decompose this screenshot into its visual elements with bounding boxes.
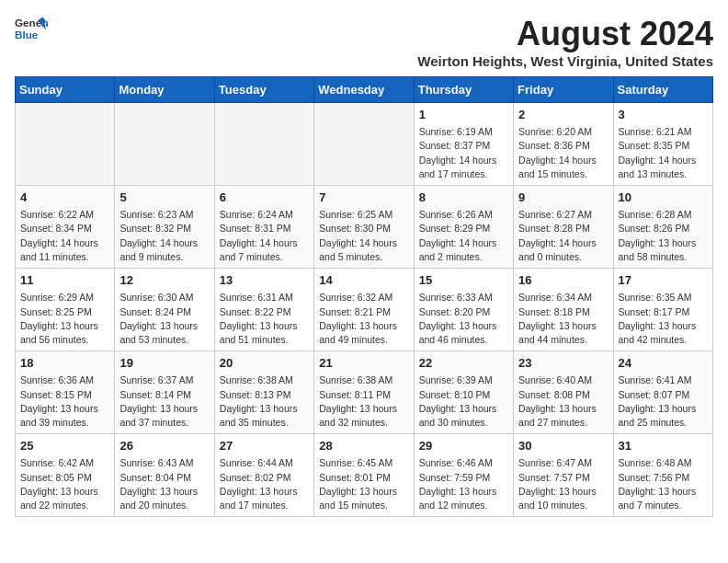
day-info: Sunrise: 6:42 AMSunset: 8:05 PMDaylight:… <box>20 456 109 512</box>
logo: General Blue <box>15 15 48 44</box>
day-number: 28 <box>319 438 408 454</box>
calendar-cell: 11Sunrise: 6:29 AMSunset: 8:25 PMDayligh… <box>16 269 115 351</box>
day-number: 26 <box>119 438 209 454</box>
day-info: Sunrise: 6:36 AMSunset: 8:15 PMDaylight:… <box>20 373 109 430</box>
day-info: Sunrise: 6:38 AMSunset: 8:13 PMDaylight:… <box>220 373 309 430</box>
day-number: 10 <box>619 190 708 206</box>
day-info: Sunrise: 6:44 AMSunset: 8:02 PMDaylight:… <box>220 456 309 512</box>
day-info: Sunrise: 6:48 AMSunset: 7:56 PMDaylight:… <box>619 456 708 512</box>
calendar-cell <box>314 103 414 186</box>
day-info: Sunrise: 6:39 AMSunset: 8:10 PMDaylight:… <box>419 373 508 430</box>
calendar-cell <box>16 103 115 186</box>
day-number: 25 <box>20 438 109 454</box>
day-info: Sunrise: 6:40 AMSunset: 8:08 PMDaylight:… <box>518 373 608 430</box>
weekday-header-wednesday: Wednesday <box>314 77 414 103</box>
weekday-header-friday: Friday <box>514 77 613 103</box>
day-info: Sunrise: 6:23 AMSunset: 8:32 PMDaylight:… <box>119 208 209 264</box>
day-info: Sunrise: 6:47 AMSunset: 7:57 PMDaylight:… <box>518 456 608 512</box>
day-number: 19 <box>119 355 209 372</box>
day-info: Sunrise: 6:24 AMSunset: 8:31 PMDaylight:… <box>220 208 309 264</box>
day-number: 20 <box>220 355 309 372</box>
day-number: 7 <box>319 190 408 206</box>
day-info: Sunrise: 6:27 AMSunset: 8:28 PMDaylight:… <box>518 208 608 264</box>
calendar-cell: 4Sunrise: 6:22 AMSunset: 8:34 PMDaylight… <box>16 186 115 269</box>
weekday-header-thursday: Thursday <box>414 77 513 103</box>
calendar-cell: 18Sunrise: 6:36 AMSunset: 8:15 PMDayligh… <box>16 351 115 434</box>
calendar-cell: 30Sunrise: 6:47 AMSunset: 7:57 PMDayligh… <box>514 434 613 517</box>
calendar-cell: 21Sunrise: 6:38 AMSunset: 8:11 PMDayligh… <box>314 351 414 434</box>
day-info: Sunrise: 6:30 AMSunset: 8:24 PMDaylight:… <box>119 291 209 347</box>
week-row-4: 18Sunrise: 6:36 AMSunset: 8:15 PMDayligh… <box>16 351 713 434</box>
day-info: Sunrise: 6:21 AMSunset: 8:35 PMDaylight:… <box>619 125 708 181</box>
weekday-header-monday: Monday <box>115 77 214 103</box>
weekday-header-sunday: Sunday <box>16 77 115 103</box>
calendar-cell: 20Sunrise: 6:38 AMSunset: 8:13 PMDayligh… <box>214 351 313 434</box>
calendar-cell: 7Sunrise: 6:25 AMSunset: 8:30 PMDaylight… <box>314 186 414 269</box>
logo-icon: General Blue <box>15 15 48 44</box>
day-number: 1 <box>419 107 508 123</box>
day-number: 21 <box>319 355 408 372</box>
day-number: 18 <box>20 355 109 372</box>
calendar-cell: 22Sunrise: 6:39 AMSunset: 8:10 PMDayligh… <box>414 351 513 434</box>
day-info: Sunrise: 6:38 AMSunset: 8:11 PMDaylight:… <box>319 373 408 430</box>
day-info: Sunrise: 6:19 AMSunset: 8:37 PMDaylight:… <box>419 125 508 181</box>
day-info: Sunrise: 6:46 AMSunset: 7:59 PMDaylight:… <box>419 456 508 512</box>
day-info: Sunrise: 6:31 AMSunset: 8:22 PMDaylight:… <box>220 291 309 347</box>
day-info: Sunrise: 6:22 AMSunset: 8:34 PMDaylight:… <box>20 208 109 264</box>
day-number: 8 <box>419 190 508 206</box>
day-number: 9 <box>518 190 608 206</box>
week-row-5: 25Sunrise: 6:42 AMSunset: 8:05 PMDayligh… <box>16 434 713 517</box>
day-number: 30 <box>518 438 608 454</box>
weekday-header-saturday: Saturday <box>613 77 712 103</box>
calendar-cell: 8Sunrise: 6:26 AMSunset: 8:29 PMDaylight… <box>414 186 513 269</box>
calendar-cell: 23Sunrise: 6:40 AMSunset: 8:08 PMDayligh… <box>514 351 613 434</box>
month-title: August 2024 <box>417 15 713 53</box>
calendar-body: 1Sunrise: 6:19 AMSunset: 8:37 PMDaylight… <box>16 103 713 517</box>
calendar-cell: 26Sunrise: 6:43 AMSunset: 8:04 PMDayligh… <box>115 434 214 517</box>
day-number: 15 <box>419 272 508 289</box>
week-row-3: 11Sunrise: 6:29 AMSunset: 8:25 PMDayligh… <box>16 269 713 351</box>
week-row-1: 1Sunrise: 6:19 AMSunset: 8:37 PMDaylight… <box>16 103 713 186</box>
day-number: 3 <box>619 107 708 123</box>
day-info: Sunrise: 6:45 AMSunset: 8:01 PMDaylight:… <box>319 456 408 512</box>
calendar-cell: 3Sunrise: 6:21 AMSunset: 8:35 PMDaylight… <box>613 103 712 186</box>
day-info: Sunrise: 6:41 AMSunset: 8:07 PMDaylight:… <box>619 373 708 430</box>
calendar-cell: 29Sunrise: 6:46 AMSunset: 7:59 PMDayligh… <box>414 434 513 517</box>
day-info: Sunrise: 6:25 AMSunset: 8:30 PMDaylight:… <box>319 208 408 264</box>
calendar-cell: 19Sunrise: 6:37 AMSunset: 8:14 PMDayligh… <box>115 351 214 434</box>
day-info: Sunrise: 6:35 AMSunset: 8:17 PMDaylight:… <box>619 291 708 347</box>
day-number: 2 <box>518 107 608 123</box>
day-info: Sunrise: 6:26 AMSunset: 8:29 PMDaylight:… <box>419 208 508 264</box>
calendar-cell: 13Sunrise: 6:31 AMSunset: 8:22 PMDayligh… <box>214 269 313 351</box>
day-info: Sunrise: 6:43 AMSunset: 8:04 PMDaylight:… <box>119 456 209 512</box>
day-number: 24 <box>619 355 708 372</box>
day-info: Sunrise: 6:32 AMSunset: 8:21 PMDaylight:… <box>319 291 408 347</box>
calendar-cell: 24Sunrise: 6:41 AMSunset: 8:07 PMDayligh… <box>613 351 712 434</box>
day-info: Sunrise: 6:34 AMSunset: 8:18 PMDaylight:… <box>518 291 608 347</box>
day-number: 12 <box>119 272 209 289</box>
day-number: 16 <box>518 272 608 289</box>
calendar-cell: 25Sunrise: 6:42 AMSunset: 8:05 PMDayligh… <box>16 434 115 517</box>
calendar-cell: 15Sunrise: 6:33 AMSunset: 8:20 PMDayligh… <box>414 269 513 351</box>
day-info: Sunrise: 6:29 AMSunset: 8:25 PMDaylight:… <box>20 291 109 347</box>
calendar-cell: 9Sunrise: 6:27 AMSunset: 8:28 PMDaylight… <box>514 186 613 269</box>
calendar-cell: 16Sunrise: 6:34 AMSunset: 8:18 PMDayligh… <box>514 269 613 351</box>
calendar-cell: 31Sunrise: 6:48 AMSunset: 7:56 PMDayligh… <box>613 434 712 517</box>
weekday-header-tuesday: Tuesday <box>214 77 313 103</box>
calendar-cell: 14Sunrise: 6:32 AMSunset: 8:21 PMDayligh… <box>314 269 414 351</box>
day-info: Sunrise: 6:20 AMSunset: 8:36 PMDaylight:… <box>518 125 608 181</box>
calendar-cell: 2Sunrise: 6:20 AMSunset: 8:36 PMDaylight… <box>514 103 613 186</box>
title-area: August 2024 Weirton Heights, West Virgin… <box>417 15 713 69</box>
svg-text:Blue: Blue <box>15 29 39 40</box>
day-number: 22 <box>419 355 508 372</box>
day-number: 4 <box>20 190 109 206</box>
day-number: 27 <box>220 438 309 454</box>
day-number: 5 <box>119 190 209 206</box>
calendar-cell: 5Sunrise: 6:23 AMSunset: 8:32 PMDaylight… <box>115 186 214 269</box>
calendar-cell: 27Sunrise: 6:44 AMSunset: 8:02 PMDayligh… <box>214 434 313 517</box>
calendar-cell <box>214 103 313 186</box>
calendar-cell: 12Sunrise: 6:30 AMSunset: 8:24 PMDayligh… <box>115 269 214 351</box>
calendar-cell: 28Sunrise: 6:45 AMSunset: 8:01 PMDayligh… <box>314 434 414 517</box>
calendar-cell: 17Sunrise: 6:35 AMSunset: 8:17 PMDayligh… <box>613 269 712 351</box>
day-number: 23 <box>518 355 608 372</box>
